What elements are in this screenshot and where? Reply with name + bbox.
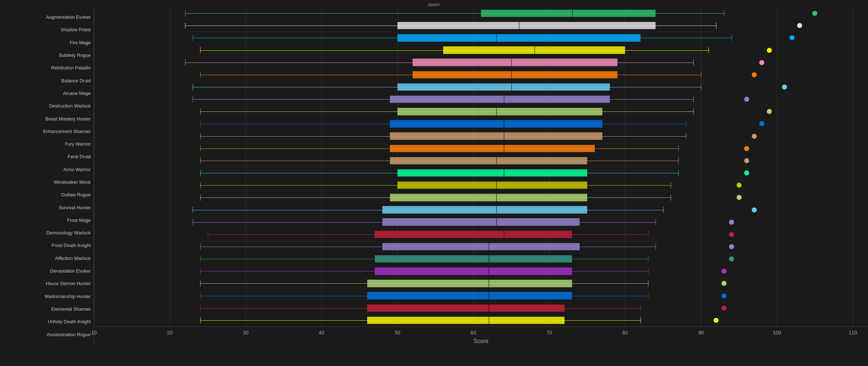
median-line	[489, 317, 489, 324]
bar-row	[94, 155, 868, 167]
whisker-cap	[200, 293, 201, 299]
bar-row	[94, 44, 868, 56]
box-rect	[367, 305, 565, 312]
whisker-cap	[200, 145, 201, 151]
x-tick: 10	[91, 330, 97, 335]
whisker-cap	[693, 96, 694, 102]
x-axis: Score 102030405060708090100110	[94, 326, 868, 344]
bar-row	[94, 7, 868, 19]
whisker-cap	[716, 23, 716, 29]
bar-row	[94, 93, 868, 105]
whisker-cap	[709, 47, 709, 53]
bar-row	[94, 191, 868, 203]
median-line	[511, 71, 512, 78]
outlier-dot	[721, 293, 727, 298]
outlier-dot	[721, 281, 727, 286]
x-tick: 110	[849, 330, 857, 335]
box-rect	[413, 71, 617, 78]
bar-row	[94, 265, 868, 277]
box-rect	[390, 120, 602, 127]
y-label: Devastation Evoker	[0, 269, 91, 273]
bar-row	[94, 69, 868, 81]
y-label: Destruction Warlock	[0, 104, 91, 108]
whisker-cap	[200, 243, 201, 250]
bar-row	[94, 314, 868, 326]
y-label: Augmentation Evoker	[0, 15, 91, 19]
bar-row	[94, 277, 868, 289]
whisker-cap	[200, 182, 201, 188]
x-tick: 40	[319, 330, 325, 335]
whisker-cap	[185, 10, 185, 17]
whisker-cap	[671, 182, 671, 188]
x-tick: 80	[622, 330, 628, 335]
median-line	[504, 231, 504, 238]
whisker-cap	[701, 72, 701, 78]
median-line	[489, 305, 489, 312]
y-label: Feral Druid	[0, 154, 91, 159]
whisker-cap	[732, 35, 732, 41]
y-label: Affliction Warlock	[0, 256, 91, 261]
y-label: Enhancement Shaman	[0, 129, 91, 134]
x-tick: 90	[698, 330, 704, 335]
whisker-cap	[686, 133, 686, 139]
median-line	[504, 145, 504, 152]
outlier-dot	[752, 72, 757, 77]
y-label: Frost Mage	[0, 218, 91, 223]
bar-row	[94, 32, 868, 44]
y-label: Assassination Rogue	[0, 332, 91, 337]
bar-row	[94, 56, 868, 69]
outlier-dot	[752, 134, 757, 139]
whisker-cap	[200, 195, 201, 201]
outlier-dot	[721, 269, 727, 274]
whisker-cap	[656, 243, 656, 250]
bar-row	[94, 130, 868, 142]
box-rect	[397, 169, 587, 177]
y-label: Elemental Shaman	[0, 307, 91, 311]
x-tick: 60	[471, 330, 476, 335]
box-rect	[390, 145, 595, 152]
whisker-cap	[678, 170, 679, 176]
x-axis-title: Score	[473, 338, 489, 344]
box-rect	[367, 280, 572, 287]
median-line	[496, 194, 497, 201]
whisker-cap	[200, 133, 201, 139]
whisker-cap	[686, 121, 686, 127]
whisker-cap	[671, 195, 671, 201]
outlier-dot	[744, 97, 749, 102]
median-line	[511, 83, 512, 91]
y-label: Retribution Paladin	[0, 65, 91, 70]
whisker-cap	[200, 280, 201, 287]
box-rect	[375, 231, 572, 238]
x-tick: 30	[243, 330, 249, 335]
bar-row	[94, 118, 868, 130]
median-line	[572, 10, 573, 17]
grid-bars	[94, 7, 868, 326]
whisker-cap	[200, 170, 201, 176]
outlier-dot	[729, 232, 734, 237]
outlier-dot	[729, 220, 734, 225]
outlier-dot	[812, 11, 817, 16]
box-rect	[390, 157, 587, 164]
outlier-dot	[721, 306, 727, 311]
whisker-cap	[200, 317, 201, 323]
whisker-cap	[208, 231, 208, 237]
bar-row	[94, 142, 868, 155]
median-line	[489, 243, 489, 250]
whisker-cap	[193, 84, 193, 90]
bar-row	[94, 253, 868, 265]
bar-row	[94, 241, 868, 253]
median-line	[519, 22, 520, 29]
bar-row	[94, 81, 868, 93]
outlier-dot	[729, 256, 734, 261]
median-line	[496, 206, 497, 213]
box-rect	[382, 218, 580, 225]
y-label: Arcane Mage	[0, 91, 91, 96]
median-line	[504, 132, 504, 139]
bar-row	[94, 105, 868, 118]
y-label: Windwalker Monk	[0, 180, 91, 184]
y-label: Marksmanship Hunter	[0, 294, 91, 299]
whisker-cap	[200, 268, 201, 274]
y-label: Subtlety Rogue	[0, 53, 91, 58]
y-axis-labels: Augmentation EvokerShadow PriestFire Mag…	[0, 7, 94, 344]
median-line	[504, 169, 504, 177]
